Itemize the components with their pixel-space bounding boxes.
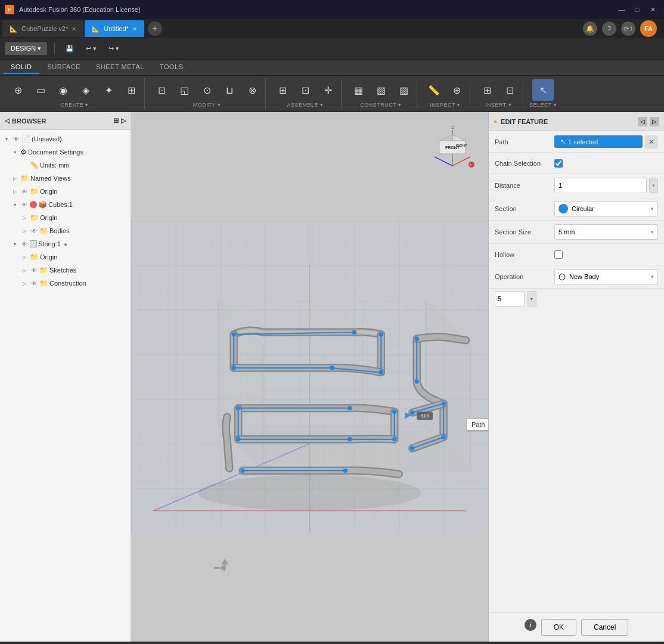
design-mode-button[interactable]: DESIGN ▾ (5, 42, 47, 55)
tab-solid[interactable]: SOLID (4, 61, 39, 74)
distance-input[interactable] (554, 178, 647, 193)
press-pull-button[interactable]: ⊡ (151, 79, 172, 101)
undo-button[interactable]: ↩ ▾ (82, 41, 100, 57)
tree-expand-origin[interactable]: ▷ (11, 187, 19, 196)
tab-tools[interactable]: TOOLS (153, 61, 191, 74)
loft-button[interactable]: ✦ (98, 79, 119, 101)
tree-expand-string-origin[interactable]: ▷ (20, 253, 29, 261)
operation-dropdown[interactable]: ⬡ New Body ▾ (554, 269, 658, 284)
select-button[interactable]: ↖ (532, 79, 554, 101)
tree-eye-origin[interactable]: 👁 (20, 187, 29, 196)
chain-selection-checkbox[interactable] (554, 159, 563, 168)
help-button[interactable]: ? (602, 21, 616, 36)
ok-button[interactable]: OK (541, 619, 576, 636)
info-button[interactable]: i (525, 619, 536, 631)
chamfer-button[interactable]: ⊙ (196, 79, 218, 101)
close-button[interactable]: ✕ (646, 3, 659, 16)
tree-icon-units: 📏 (30, 161, 39, 169)
tab-surface[interactable]: SURFACE (41, 61, 88, 74)
panel-collapse-right[interactable]: ▷ (650, 117, 659, 126)
tree-item-bodies[interactable]: ▷ 👁 📁 Bodies (0, 224, 131, 237)
notifications-button[interactable]: 🔔 (583, 21, 597, 36)
path-selection-button[interactable]: ↖ 1 selected (554, 135, 643, 148)
tree-item-cubes[interactable]: ▾ 👁 📦 Cubes:1 (0, 198, 131, 211)
tree-item-unsaved[interactable]: ▾ 👁 📄 (Unsaved) (0, 132, 131, 145)
insert-mesh-button[interactable]: ⊞ (476, 79, 498, 101)
svg-point-30 (347, 406, 352, 410)
as-built-joint-button[interactable]: ⊡ (294, 79, 316, 101)
tree-expand-string[interactable]: ▾ (11, 240, 19, 248)
midplane-button[interactable]: ▧ (370, 79, 392, 101)
svg-point-26 (231, 366, 235, 370)
offset-plane-button[interactable]: ▦ (347, 79, 369, 101)
tree-eye-cubes[interactable]: 👁 (20, 200, 29, 209)
tree-expand-namedviews[interactable]: ▷ (11, 174, 19, 182)
tree-item-named-views[interactable]: ▷ 📁 Named Views (0, 172, 131, 185)
browser-options-icon[interactable]: ▷ (121, 117, 126, 125)
tree-item-sketches[interactable]: ▷ 👁 📁 Sketches (0, 264, 131, 277)
fillet-button[interactable]: ◱ (173, 79, 195, 101)
operation-body-icon: ⬡ (558, 272, 566, 281)
tree-item-string-origin[interactable]: ▷ 📁 Origin (0, 250, 131, 264)
tree-expand-bodies[interactable]: ▷ (20, 227, 29, 235)
insert-svg-button[interactable]: ⊡ (499, 79, 520, 101)
hollow-checkbox[interactable] (554, 250, 563, 259)
save-button[interactable]: 💾 (62, 41, 77, 57)
move-button[interactable]: ✛ (317, 79, 339, 101)
tree-item-cubes-origin[interactable]: ▷ 📁 Origin (0, 211, 131, 224)
tab-cubepuzzle-close[interactable]: ✕ (72, 26, 76, 32)
tab-untitled[interactable]: 📐 Untitled* ✕ (85, 20, 144, 37)
revolve-button[interactable]: ◉ (52, 79, 74, 101)
path-clear-button[interactable]: ✕ (645, 135, 658, 148)
interference-button[interactable]: ⊕ (446, 79, 467, 101)
maximize-button[interactable]: □ (631, 3, 644, 16)
sweep-button[interactable]: ◈ (75, 79, 97, 101)
browser-collapse-icon[interactable]: ◁ (5, 117, 10, 125)
tree-item-construction[interactable]: ▷ 👁 📁 Construction (0, 277, 131, 290)
history-button[interactable]: ⟳1 (621, 21, 635, 36)
distance-numeric-arrow[interactable]: ▾ (527, 291, 536, 306)
cancel-button[interactable]: Cancel (581, 619, 628, 636)
section-dropdown[interactable]: Circular ▾ (554, 201, 658, 216)
tab-sheet-metal[interactable]: SHEET METAL (89, 61, 151, 74)
tree-eye-construction[interactable]: 👁 (30, 279, 38, 287)
panel-collapse-left[interactable]: ◁ (638, 117, 647, 126)
tree-expand-construction[interactable]: ▷ (20, 279, 29, 287)
tree-eye-bodies[interactable]: 👁 (30, 227, 38, 235)
tree-expand-cubes-origin[interactable]: ▷ (20, 213, 29, 222)
measure-button[interactable]: 📏 (423, 79, 445, 101)
browser-expand-icon[interactable]: ⊞ (113, 117, 119, 125)
mirror-button[interactable]: ⊞ (120, 79, 142, 101)
inspect-buttons: 📏 ⊕ (423, 79, 467, 101)
viewport[interactable]: 5.08 Path Z (131, 112, 488, 642)
shell-button[interactable]: ⊔ (219, 79, 240, 101)
minimize-button[interactable]: — (615, 3, 628, 16)
tree-expand-cubes[interactable]: ▾ (11, 200, 19, 209)
add-tab-button[interactable]: + (148, 21, 162, 36)
axis-icon: ▨ (399, 85, 408, 96)
tab-untitled-icon: 📐 (92, 25, 100, 33)
tab-cubepuzzle[interactable]: 📐 CubePuzzle v2* ✕ (2, 20, 83, 37)
extrude-button[interactable]: ▭ (30, 79, 51, 101)
tab-untitled-close[interactable]: ✕ (132, 26, 137, 32)
tree-eye-unsaved[interactable]: 👁 (12, 135, 20, 143)
scale-button[interactable]: ⊗ (241, 79, 263, 101)
tree-eye-string[interactable]: 👁 (20, 240, 29, 248)
joint-button[interactable]: ⊞ (272, 79, 293, 101)
distance-numeric-input[interactable] (495, 291, 525, 306)
distance-dropdown-button[interactable]: ▾ (649, 178, 658, 193)
tree-item-document-settings[interactable]: ▾ ⚙ Document Settings (0, 145, 131, 159)
tree-eye-sketches[interactable]: 👁 (30, 266, 38, 274)
view-cube[interactable]: Z FRONT RIGHT + (429, 124, 476, 172)
tree-item-origin[interactable]: ▷ 👁 📁 Origin (0, 185, 131, 198)
user-avatar[interactable]: FA (640, 20, 657, 37)
tree-expand-sketches[interactable]: ▷ (20, 266, 29, 274)
tree-label-bodies: Bodies (49, 227, 70, 234)
tree-item-string[interactable]: ▾ 👁 String:1 ● (0, 237, 131, 250)
tree-label-origin: Origin (40, 188, 57, 195)
create-new-component-button[interactable]: ⊕ (7, 79, 29, 101)
section-size-dropdown[interactable]: 5 mm ▾ (554, 224, 658, 240)
cubes-status-icon (30, 201, 37, 208)
axis-button[interactable]: ▨ (393, 79, 414, 101)
redo-button[interactable]: ↪ ▾ (105, 41, 123, 57)
